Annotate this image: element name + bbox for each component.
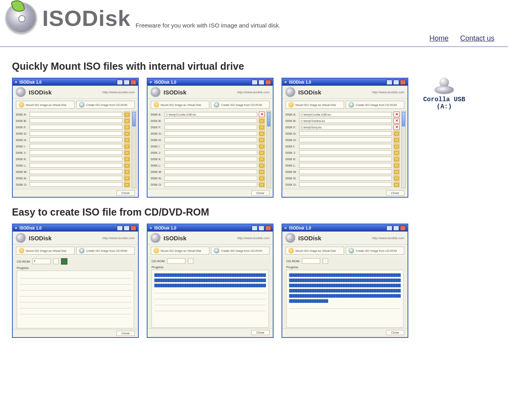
minimize-button[interactable] (117, 80, 123, 85)
drive-path-field[interactable] (299, 131, 392, 136)
tab-mount-iso[interactable]: Mount ISO Image as Virtual Disk (286, 247, 344, 255)
drive-path-field[interactable] (164, 157, 257, 161)
browse-button[interactable] (124, 163, 130, 168)
cd-rom-select[interactable] (302, 258, 320, 264)
browse-button[interactable] (259, 156, 265, 162)
drive-path-field[interactable] (164, 125, 257, 130)
unmount-button[interactable]: ✕ (394, 118, 400, 124)
drive-path-field[interactable] (30, 125, 122, 130)
drive-path-field[interactable]: C:\temp\Corolla USB.iso (299, 112, 392, 117)
close-button[interactable]: Close (386, 190, 404, 196)
browse-button[interactable] (124, 112, 130, 117)
browse-button[interactable] (394, 150, 400, 155)
drive-path-field[interactable] (30, 176, 122, 181)
drive-path-field[interactable] (299, 169, 392, 174)
scrollbar-thumb[interactable] (267, 112, 270, 126)
drive-path-field[interactable] (30, 182, 122, 187)
unmount-button[interactable]: ✕ (259, 112, 265, 117)
tab-mount-iso[interactable]: Mount ISO Image as Virtual Disk (16, 247, 75, 255)
browse-button[interactable] (124, 137, 130, 143)
browse-button[interactable] (259, 169, 265, 175)
drive-path-field[interactable]: C:\temp\Toshiba.iso (299, 118, 392, 123)
close-window-button[interactable] (130, 226, 136, 231)
browse-button[interactable] (394, 163, 400, 168)
browse-button[interactable] (124, 124, 130, 130)
close-button[interactable]: Close (386, 330, 404, 335)
close-button[interactable]: Close (116, 331, 135, 336)
drive-path-field[interactable] (30, 157, 122, 161)
drive-path-field[interactable] (164, 118, 257, 123)
minimize-button[interactable] (252, 226, 258, 231)
browse-button[interactable] (394, 131, 400, 136)
cd-rom-aux-button[interactable] (53, 259, 59, 264)
close-window-button[interactable] (130, 80, 136, 85)
browse-button[interactable] (124, 131, 130, 136)
nav-contact-link[interactable]: Contact us (460, 34, 494, 42)
drive-path-field[interactable] (299, 157, 392, 161)
tab-mount-iso[interactable]: Mount ISO Image as Virtual Disk (286, 101, 344, 109)
cd-rom-select[interactable]: F (32, 259, 51, 264)
drive-path-field[interactable] (30, 163, 122, 168)
maximize-button[interactable] (393, 226, 399, 231)
tab-mount-iso[interactable]: Mount ISO Image as Virtual Disk (151, 247, 209, 255)
browse-button[interactable] (124, 175, 130, 181)
maximize-button[interactable] (393, 80, 399, 85)
drive-path-field[interactable] (30, 169, 122, 174)
drive-path-field[interactable] (164, 137, 257, 142)
browse-button[interactable] (259, 150, 265, 155)
scrollbar-thumb[interactable] (132, 112, 136, 126)
drive-path-field[interactable] (164, 144, 257, 149)
cd-rom-aux-button[interactable] (188, 258, 193, 264)
close-button[interactable]: Close (251, 330, 270, 335)
nav-home-link[interactable]: Home (429, 34, 449, 42)
browse-button[interactable] (259, 175, 265, 181)
drive-path-field[interactable] (164, 176, 257, 181)
close-window-button[interactable] (400, 226, 406, 231)
drive-path-field[interactable] (30, 137, 122, 142)
tab-create-iso[interactable]: Create ISO Image from CD-ROM (211, 247, 270, 255)
scrollbar-thumb[interactable] (402, 112, 405, 126)
unmount-button[interactable]: ✕ (394, 124, 400, 130)
cd-rom-select[interactable] (167, 258, 185, 264)
drive-path-field[interactable] (299, 150, 392, 155)
drive-path-field[interactable] (30, 112, 122, 117)
close-window-button[interactable] (400, 80, 406, 85)
save-iso-button[interactable] (61, 258, 67, 265)
browse-button[interactable] (259, 124, 265, 130)
tab-mount-iso[interactable]: Mount ISO Image as Virtual Disk (16, 101, 75, 109)
drive-path-field[interactable] (164, 169, 257, 174)
browse-button[interactable] (124, 118, 130, 124)
browse-button[interactable] (124, 182, 130, 187)
minimize-button[interactable] (386, 226, 392, 231)
drive-path-field[interactable] (299, 137, 392, 142)
browse-button[interactable] (259, 131, 265, 136)
scrollbar[interactable] (401, 111, 406, 188)
browse-button[interactable] (124, 169, 130, 175)
tab-create-iso[interactable]: Create ISO Image from CD-ROM (346, 101, 404, 109)
drive-path-field[interactable] (30, 131, 122, 136)
close-button[interactable]: Close (251, 190, 270, 196)
close-window-button[interactable] (265, 226, 271, 231)
unmount-button[interactable]: ✕ (394, 112, 400, 117)
drive-path-field[interactable] (299, 176, 392, 181)
tab-create-iso[interactable]: Create ISO Image from CD-ROM (76, 247, 135, 255)
drive-path-field[interactable]: C:\temp\Corolla USB.iso (164, 112, 257, 117)
cd-rom-aux-button[interactable] (323, 258, 328, 264)
browse-button[interactable] (394, 156, 400, 162)
tab-mount-iso[interactable]: Mount ISO Image as Virtual Disk (151, 101, 209, 109)
drive-path-field[interactable] (30, 144, 122, 149)
tab-create-iso[interactable]: Create ISO Image from CD-ROM (211, 101, 270, 109)
browse-button[interactable] (394, 175, 400, 181)
minimize-button[interactable] (386, 80, 392, 85)
drive-path-field[interactable] (30, 118, 122, 123)
minimize-button[interactable] (252, 80, 258, 85)
drive-path-field[interactable]: C:\temp\Sony.iso (299, 125, 392, 130)
browse-button[interactable] (124, 150, 130, 155)
maximize-button[interactable] (124, 80, 130, 85)
drive-path-field[interactable] (299, 163, 392, 168)
maximize-button[interactable] (258, 80, 264, 85)
close-window-button[interactable] (265, 80, 271, 85)
browse-button[interactable] (394, 182, 400, 187)
tab-create-iso[interactable]: Create ISO Image from CD-ROM (76, 101, 135, 109)
drive-path-field[interactable] (30, 150, 122, 155)
